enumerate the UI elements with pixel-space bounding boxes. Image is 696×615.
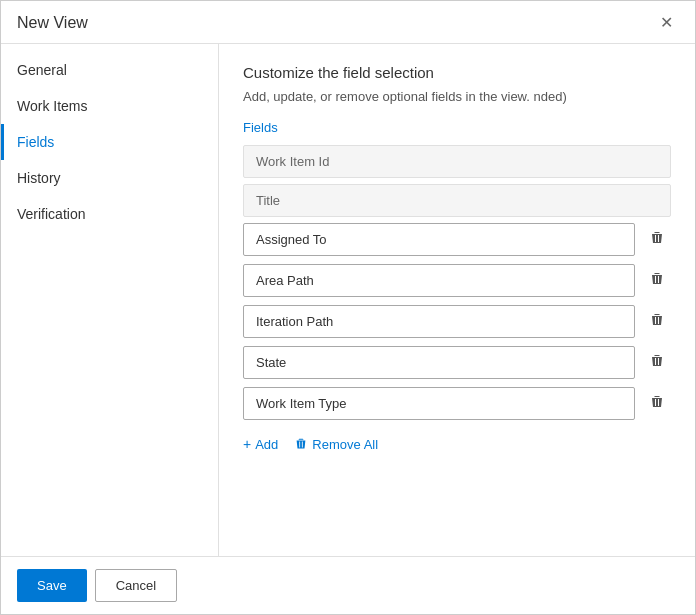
field-row-area-path bbox=[243, 264, 671, 297]
field-input-assigned-to[interactable] bbox=[243, 223, 635, 256]
sidebar: General Work Items Fields History Verifi… bbox=[1, 44, 219, 556]
remove-all-button[interactable]: Remove All bbox=[294, 433, 378, 456]
field-input-iteration-path[interactable] bbox=[243, 305, 635, 338]
add-field-button[interactable]: + Add bbox=[243, 432, 278, 456]
plus-icon: + bbox=[243, 436, 251, 452]
sidebar-item-history[interactable]: History bbox=[1, 160, 218, 196]
field-input-state[interactable] bbox=[243, 346, 635, 379]
save-button[interactable]: Save bbox=[17, 569, 87, 602]
field-row-assigned-to bbox=[243, 223, 671, 256]
trash-icon bbox=[649, 353, 665, 369]
new-view-dialog: New View ✕ General Work Items Fields His… bbox=[0, 0, 696, 615]
sidebar-item-fields[interactable]: Fields bbox=[1, 124, 218, 160]
field-row-iteration-path bbox=[243, 305, 671, 338]
trash-icon bbox=[649, 271, 665, 287]
sidebar-item-general[interactable]: General bbox=[1, 52, 218, 88]
delete-button-iteration-path[interactable] bbox=[643, 308, 671, 335]
field-input-area-path[interactable] bbox=[243, 264, 635, 297]
field-row-state bbox=[243, 346, 671, 379]
dialog-body: General Work Items Fields History Verifi… bbox=[1, 44, 695, 556]
delete-button-work-item-type[interactable] bbox=[643, 390, 671, 417]
remove-all-icon bbox=[294, 437, 308, 451]
actions-row: + Add Remove All bbox=[243, 432, 671, 456]
delete-button-state[interactable] bbox=[643, 349, 671, 376]
cancel-button[interactable]: Cancel bbox=[95, 569, 177, 602]
sidebar-item-work-items[interactable]: Work Items bbox=[1, 88, 218, 124]
close-button[interactable]: ✕ bbox=[654, 13, 679, 33]
main-content: Customize the field selection Add, updat… bbox=[219, 44, 695, 556]
delete-button-area-path[interactable] bbox=[643, 267, 671, 294]
section-title: Customize the field selection bbox=[243, 64, 671, 81]
fields-section-label: Fields bbox=[243, 120, 671, 135]
readonly-field-title: Title bbox=[243, 184, 671, 217]
dialog-header: New View ✕ bbox=[1, 1, 695, 44]
readonly-field-work-item-id: Work Item Id bbox=[243, 145, 671, 178]
field-row-work-item-type bbox=[243, 387, 671, 420]
dialog-title: New View bbox=[17, 14, 88, 32]
sidebar-item-verification[interactable]: Verification bbox=[1, 196, 218, 232]
dialog-footer: Save Cancel bbox=[1, 556, 695, 614]
section-subtitle: Add, update, or remove optional fields i… bbox=[243, 89, 671, 104]
trash-icon bbox=[649, 230, 665, 246]
trash-icon bbox=[649, 312, 665, 328]
trash-icon bbox=[649, 394, 665, 410]
delete-button-assigned-to[interactable] bbox=[643, 226, 671, 253]
field-input-work-item-type[interactable] bbox=[243, 387, 635, 420]
